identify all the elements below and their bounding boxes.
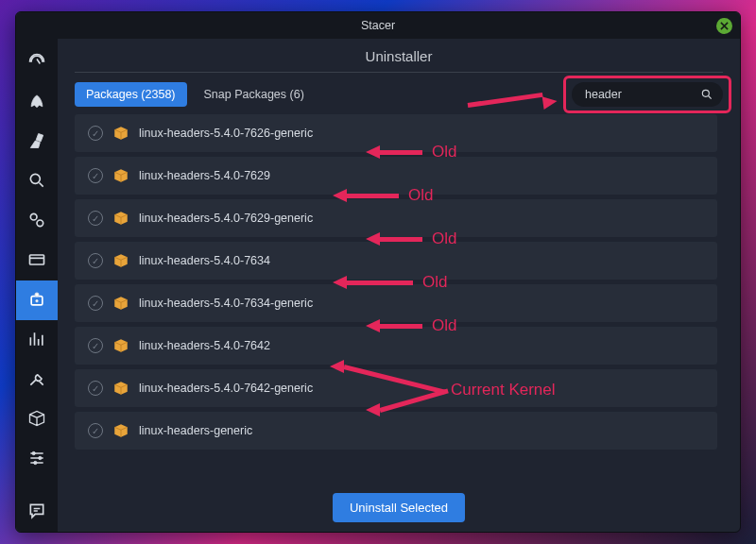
package-icon [112,252,129,269]
package-name: linux-headers-5.4.0-7634-generic [139,297,313,310]
checkbox-icon[interactable]: ✓ [88,338,103,353]
rocket-icon [27,92,46,113]
svg-point-1 [30,213,37,220]
package-name: linux-headers-5.4.0-7642-generic [139,382,313,395]
toolbar: Packages (2358) Snap Packages (6) [75,82,723,107]
list-item[interactable]: ✓ linux-headers-5.4.0-7629-generic [75,199,717,237]
sidebar-resources[interactable] [16,320,58,360]
svg-point-2 [37,220,43,227]
checkbox-icon[interactable]: ✓ [88,126,103,141]
svg-point-0 [30,174,40,183]
sidebar-apt[interactable] [16,400,58,439]
package-name: linux-headers-5.4.0-7642 [139,339,270,352]
gauge-icon [27,52,46,74]
checkbox-icon[interactable]: ✓ [88,296,103,311]
sidebar-dashboard[interactable] [16,42,58,82]
package-name: linux-headers-5.4.0-7626-generic [139,127,313,140]
processes-icon [27,250,46,272]
package-icon [112,295,129,312]
search-icon [700,88,713,101]
sidebar-startup[interactable] [16,82,58,122]
tab-packages[interactable]: Packages (2358) [75,82,187,107]
tab-snap-packages[interactable]: Snap Packages (6) [193,82,316,107]
sidebar-settings[interactable] [16,439,58,479]
box-icon [27,409,46,431]
package-icon [112,380,129,397]
feedback-icon [27,502,46,523]
sidebar-cleaner[interactable] [16,122,58,162]
sidebar-feedback[interactable] [16,492,58,532]
package-name: linux-headers-5.4.0-7629 [139,169,270,182]
sidebar-services[interactable] [16,201,58,241]
sidebar [16,39,58,532]
checkbox-icon[interactable]: ✓ [88,423,103,438]
package-icon [112,167,129,184]
checkbox-icon[interactable]: ✓ [88,253,103,268]
sidebar-uninstaller[interactable] [16,280,58,320]
divider [75,72,723,73]
search-icon [27,171,46,193]
package-icon [112,422,129,439]
package-icon [112,337,129,354]
checkbox-icon[interactable]: ✓ [88,168,103,183]
svg-point-10 [702,90,709,96]
package-name: linux-headers-5.4.0-7634 [139,254,270,267]
titlebar: Stacer [16,12,740,39]
svg-rect-3 [30,255,44,264]
gears-icon [27,211,46,232]
package-name: linux-headers-5.4.0-7629-generic [139,212,313,225]
list-item[interactable]: ✓ linux-headers-generic [75,412,717,450]
package-name: linux-headers-generic [139,424,252,437]
package-icon [112,210,129,227]
list-item[interactable]: ✓ linux-headers-5.4.0-7642-generic [75,369,717,407]
package-list: ✓ linux-headers-5.4.0-7626-generic ✓ lin… [75,114,723,484]
svg-point-8 [39,456,42,459]
list-item[interactable]: ✓ linux-headers-5.4.0-7634 [75,242,717,280]
chart-icon [27,330,46,351]
svg-point-7 [32,451,35,454]
window-title: Stacer [361,19,395,32]
page-title: Uninstaller [75,39,723,72]
package-icon [112,125,129,142]
svg-point-6 [36,299,39,302]
close-button[interactable] [716,18,732,34]
checkbox-icon[interactable]: ✓ [88,381,103,396]
list-item[interactable]: ✓ linux-headers-5.4.0-7626-generic [75,114,717,152]
tools-icon [27,369,46,391]
checkbox-icon[interactable]: ✓ [88,211,103,226]
svg-point-5 [35,292,39,296]
sidebar-search[interactable] [16,162,58,201]
sidebar-tools[interactable] [16,360,58,400]
list-item[interactable]: ✓ linux-headers-5.4.0-7634-generic [75,284,717,322]
package-remove-icon [27,290,46,312]
broom-icon [27,131,46,153]
list-item[interactable]: ✓ linux-headers-5.4.0-7642 [75,327,717,365]
uninstall-selected-button[interactable]: Uninstall Selected [333,493,465,522]
svg-point-9 [34,461,37,464]
sliders-icon [27,449,46,470]
list-item[interactable]: ✓ linux-headers-5.4.0-7629 [75,157,717,195]
sidebar-processes[interactable] [16,241,58,280]
